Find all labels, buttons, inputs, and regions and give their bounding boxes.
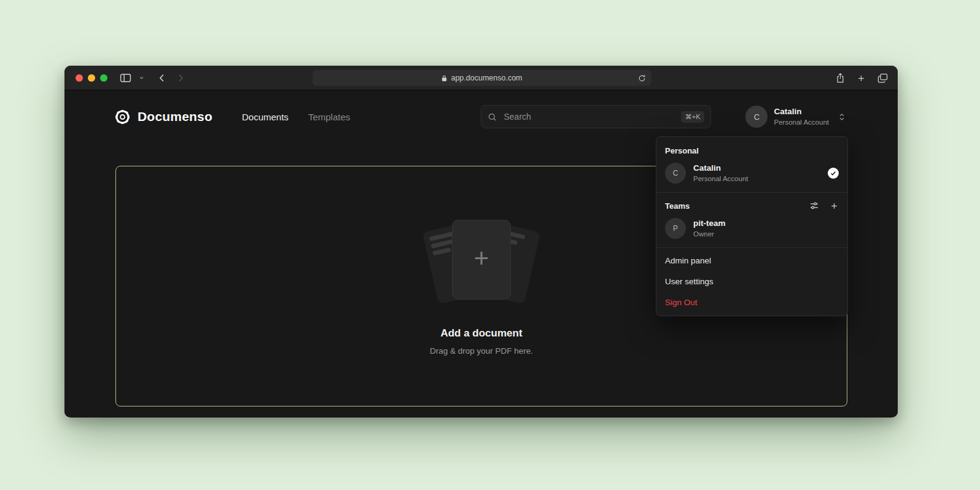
nav-item-templates[interactable]: Templates (308, 112, 350, 122)
app-header: Documenso Documents Templates ⌘+K C Cata… (114, 103, 846, 131)
team-name: pit-team (693, 219, 726, 228)
document-card-center: + (453, 220, 510, 299)
minimize-window-button[interactable] (88, 74, 95, 82)
menu-item-sign-out[interactable]: Sign Out (656, 292, 847, 313)
account-dropdown-menu: Personal C Catalin Personal Account Team… (656, 136, 848, 316)
forward-icon[interactable] (175, 72, 186, 84)
dropzone-subtitle: Drag & drop your PDF here. (430, 346, 533, 356)
avatar: P (665, 218, 686, 239)
browser-window: app.documenso.com (64, 66, 898, 418)
chevrons-up-down-icon (838, 112, 846, 122)
menu-item-admin-panel[interactable]: Admin panel (656, 251, 847, 271)
personal-account-item[interactable]: C Catalin Personal Account (656, 160, 847, 191)
selected-check-icon (828, 168, 839, 179)
search-input[interactable] (502, 111, 680, 122)
personal-account-subtitle: Personal Account (693, 175, 749, 183)
search-shortcut-badge: ⌘+K (681, 111, 705, 123)
team-item[interactable]: P pit-team Owner (656, 215, 847, 246)
menu-divider (656, 247, 847, 248)
nav-item-documents[interactable]: Documents (242, 112, 289, 122)
brand-logo-link[interactable]: Documenso (114, 109, 212, 125)
account-name: Catalin (774, 107, 829, 117)
account-type: Personal Account (774, 119, 829, 126)
url-text: app.documenso.com (451, 74, 522, 82)
sidebar-toggle-icon[interactable] (120, 73, 131, 83)
personal-account-name: Catalin (693, 164, 749, 173)
main-nav: Documents Templates (242, 112, 350, 122)
chevron-down-icon[interactable] (139, 75, 144, 80)
browser-toolbar: app.documenso.com (64, 66, 898, 90)
teams-section-label: Teams (665, 201, 690, 211)
account-menu-button[interactable]: C Catalin Personal Account (745, 106, 846, 128)
traffic-lights (76, 74, 107, 82)
menu-item-user-settings[interactable]: User settings (656, 271, 847, 292)
zoom-window-button[interactable] (100, 74, 107, 82)
refresh-icon[interactable] (638, 74, 646, 82)
address-bar[interactable]: app.documenso.com (313, 70, 651, 86)
personal-section-label: Personal (656, 140, 847, 160)
close-window-button[interactable] (76, 74, 83, 82)
brand-name: Documenso (138, 109, 212, 124)
plus-icon: + (474, 246, 489, 271)
search-icon (488, 112, 497, 122)
manage-teams-icon[interactable] (809, 201, 819, 211)
team-role: Owner (693, 230, 726, 238)
avatar: C (665, 163, 686, 184)
lock-icon (441, 75, 447, 82)
new-tab-icon[interactable] (857, 74, 866, 83)
teams-section-header: Teams (656, 195, 847, 215)
add-team-icon[interactable] (830, 201, 839, 211)
app-content: Documenso Documents Templates ⌘+K C Cata… (64, 90, 898, 417)
share-icon[interactable] (836, 72, 845, 84)
documenso-logo-icon (114, 109, 131, 125)
documents-illustration: + (414, 217, 549, 310)
search-box[interactable]: ⌘+K (481, 105, 711, 128)
back-icon[interactable] (157, 72, 168, 84)
menu-divider (656, 192, 847, 193)
tab-overview-icon[interactable] (877, 73, 888, 83)
avatar: C (745, 106, 768, 128)
dropzone-title: Add a document (440, 327, 522, 340)
